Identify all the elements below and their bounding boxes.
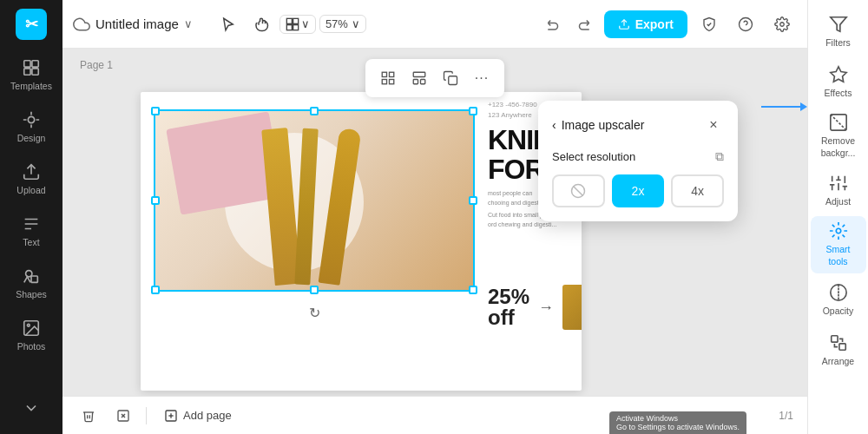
svg-rect-3 bbox=[32, 69, 38, 75]
hand-tool-button[interactable] bbox=[247, 10, 276, 39]
sidebar-text-label: Text bbox=[23, 237, 39, 247]
topbar: Untitled image ∨ ∨ 5 bbox=[62, 0, 807, 49]
windows-notice-line1: Activate Windows bbox=[616, 414, 740, 423]
canvas-grid-button[interactable] bbox=[374, 64, 402, 92]
undo-redo-group bbox=[540, 10, 597, 38]
sidebar-item-shapes[interactable]: Shapes bbox=[0, 257, 62, 309]
settings-icon-button[interactable] bbox=[767, 10, 797, 39]
svg-point-9 bbox=[27, 324, 30, 326]
sidebar-upload-label: Upload bbox=[16, 185, 45, 195]
resize-handle-top-left[interactable] bbox=[151, 107, 160, 115]
image-content bbox=[155, 111, 473, 290]
svg-rect-35 bbox=[830, 115, 845, 130]
sidebar-item-text[interactable]: Text bbox=[0, 205, 62, 257]
sidebar-item-templates[interactable]: Templates bbox=[0, 49, 62, 101]
design-icon bbox=[22, 110, 41, 129]
popup-close-button[interactable]: × bbox=[703, 115, 724, 135]
filters-icon bbox=[829, 15, 848, 34]
cloud-icon bbox=[73, 16, 90, 33]
topbar-tools: ∨ 57% ∨ bbox=[214, 10, 366, 39]
svg-rect-48 bbox=[838, 343, 845, 349]
export-label: Export bbox=[635, 17, 674, 31]
sidebar-design-label: Design bbox=[17, 133, 46, 143]
sidebar-more-button[interactable] bbox=[0, 389, 62, 427]
canvas-copy-button[interactable] bbox=[437, 64, 464, 92]
resize-handle-bottom-left[interactable] bbox=[151, 286, 160, 294]
app-logo[interactable]: ✂ bbox=[16, 9, 47, 40]
svg-rect-23 bbox=[421, 80, 425, 84]
svg-rect-13 bbox=[293, 24, 299, 30]
remove-bg-icon bbox=[829, 113, 848, 132]
svg-point-4 bbox=[28, 116, 34, 122]
svg-rect-12 bbox=[286, 24, 292, 30]
redo-button[interactable] bbox=[569, 10, 597, 38]
right-panel-remove-bg[interactable]: Removebackgr... bbox=[811, 108, 866, 164]
discount-area: 25%off → bbox=[488, 285, 582, 330]
canvas-white[interactable]: ↻ +123 -456-7890 123 Anywhere KNIFE ANDF… bbox=[141, 92, 582, 391]
canvas-more-button[interactable]: ··· bbox=[468, 64, 496, 92]
right-panel-effects[interactable]: Effects bbox=[811, 57, 866, 106]
svg-point-46 bbox=[836, 229, 841, 234]
resolution-buttons: 2x 4x bbox=[552, 174, 724, 207]
trash-button[interactable] bbox=[76, 404, 101, 428]
rotate-handle[interactable]: ↻ bbox=[306, 304, 323, 321]
arrange-icon bbox=[829, 333, 848, 352]
text-icon bbox=[22, 214, 41, 233]
svg-rect-47 bbox=[831, 335, 837, 341]
resolution-2x-button[interactable]: 2x bbox=[612, 174, 665, 207]
canvas-area[interactable]: Page 1 ··· bbox=[62, 49, 807, 434]
sidebar-logo: ✂ bbox=[0, 0, 62, 49]
help-icon-button[interactable] bbox=[731, 10, 760, 39]
add-page-button[interactable]: Add page bbox=[157, 405, 239, 426]
export-button[interactable]: Export bbox=[604, 10, 687, 38]
resize-handle-bottom-middle[interactable] bbox=[310, 286, 319, 294]
sidebar-item-design[interactable]: Design bbox=[0, 101, 62, 153]
svg-rect-2 bbox=[24, 69, 30, 75]
effects-label: Effects bbox=[825, 88, 852, 98]
resolution-4x-button[interactable]: 4x bbox=[671, 174, 724, 207]
zoom-chevron-icon: ∨ bbox=[352, 17, 360, 30]
undo-button[interactable] bbox=[540, 10, 568, 38]
canvas-layout-button[interactable] bbox=[405, 64, 433, 92]
resize-handle-top-middle[interactable] bbox=[310, 107, 319, 115]
resize-handle-middle-right[interactable] bbox=[469, 196, 477, 205]
shield-icon-button[interactable] bbox=[694, 10, 724, 39]
windows-notice-line2: Go to Settings to activate Windows. bbox=[616, 423, 740, 431]
right-panel-adjust[interactable]: Adjust bbox=[811, 166, 866, 214]
right-panel-arrange[interactable]: Arrange bbox=[811, 326, 866, 374]
resize-handle-middle-left[interactable] bbox=[151, 196, 160, 205]
right-panel-filters[interactable]: Filters bbox=[811, 7, 866, 56]
sidebar-item-photos[interactable]: Photos bbox=[0, 309, 62, 361]
smart-tools-icon bbox=[829, 221, 848, 240]
sidebar-item-upload[interactable]: Upload bbox=[0, 153, 62, 205]
resize-handle-bottom-right[interactable] bbox=[469, 286, 477, 294]
zoom-control[interactable]: 57% ∨ bbox=[319, 15, 366, 33]
shapes-icon bbox=[22, 266, 41, 286]
main-area: Untitled image ∨ ∨ 5 bbox=[62, 0, 807, 434]
topbar-right: Export bbox=[540, 10, 797, 39]
smart-tools-label: Smarttools bbox=[825, 244, 850, 267]
selected-image-element[interactable]: ↻ bbox=[154, 109, 475, 292]
topbar-cloud-area: Untitled image ∨ bbox=[73, 16, 193, 33]
arrange-label: Arrange bbox=[822, 356, 854, 366]
popup-back-button[interactable]: ‹ Image upscaler bbox=[552, 118, 644, 132]
document-title[interactable]: Untitled image bbox=[95, 16, 179, 31]
sidebar-templates-label: Templates bbox=[10, 81, 52, 91]
delete-button[interactable] bbox=[111, 404, 135, 428]
image-upscaler-popup: ‹ Image upscaler × Select resolution ⧉ bbox=[538, 101, 738, 221]
resize-handle-top-right[interactable] bbox=[469, 107, 477, 115]
svg-rect-18 bbox=[390, 72, 394, 76]
resolution-none-button[interactable] bbox=[552, 174, 605, 207]
right-panel-opacity[interactable]: Opacity bbox=[811, 275, 866, 324]
title-chevron-icon[interactable]: ∨ bbox=[184, 17, 193, 30]
view-toggle-button[interactable]: ∨ bbox=[279, 15, 316, 34]
svg-rect-10 bbox=[286, 18, 292, 23]
svg-rect-21 bbox=[413, 72, 425, 76]
select-tool-button[interactable] bbox=[214, 10, 243, 39]
popup-copy-icon[interactable]: ⧉ bbox=[715, 149, 724, 164]
svg-rect-22 bbox=[413, 80, 418, 84]
right-panel-smart-tools[interactable]: Smarttools bbox=[811, 216, 866, 273]
bottom-bar: Add page Activate Windows Go to Settings… bbox=[62, 396, 807, 434]
arrow-icon: → bbox=[538, 299, 554, 317]
svg-rect-17 bbox=[382, 72, 386, 76]
